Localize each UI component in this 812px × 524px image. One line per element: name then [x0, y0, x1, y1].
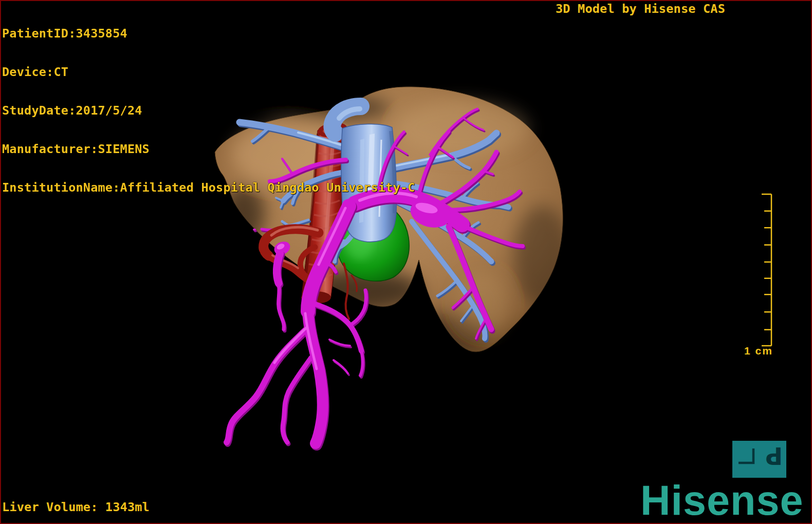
institution-line: InstitutionName:Affiliated Hospital Qing…: [2, 181, 415, 194]
scale-bar: [740, 190, 776, 362]
scale-bar-label: 1 cm: [744, 345, 773, 357]
viewer-canvas: PatientID:3435854 Device:CT StudyDate:20…: [0, 0, 812, 524]
study-date-line: StudyDate:2017/5/24: [2, 104, 415, 117]
patient-id-line: PatientID:3435854: [2, 27, 415, 40]
orientation-letter: P: [765, 442, 783, 470]
orientation-marker: P: [732, 441, 786, 478]
device-line: Device:CT: [2, 66, 415, 79]
liver-volume-text: Liver Volume: 1343ml: [2, 501, 150, 514]
watermark-text: 3D Model by Hisense CAS: [556, 3, 725, 15]
patient-info-overlay: PatientID:3435854 Device:CT StudyDate:20…: [2, 2, 415, 220]
hisense-logo: Hisense: [640, 480, 804, 521]
manufacturer-line: Manufacturer:SIEMENS: [2, 143, 415, 156]
